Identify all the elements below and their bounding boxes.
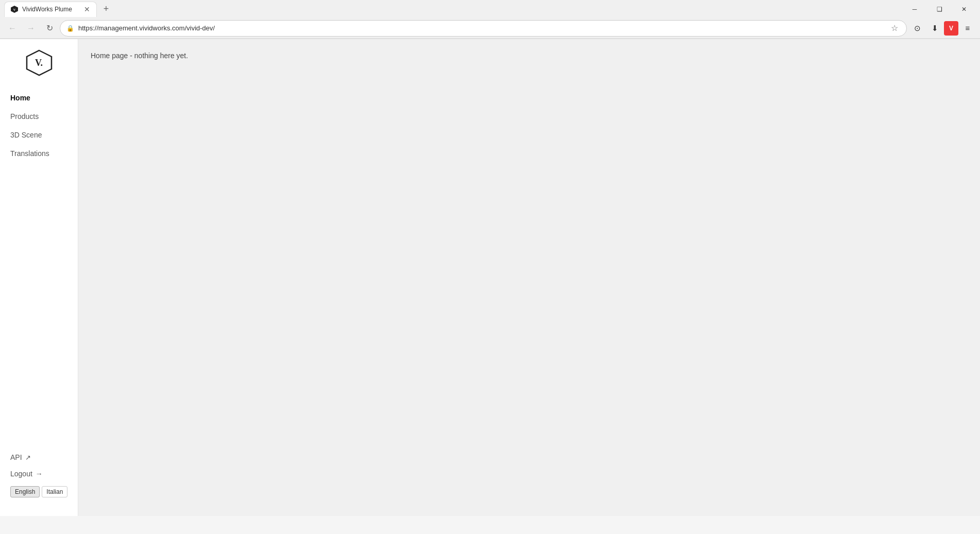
logo-hexagon: V.	[26, 49, 53, 76]
maximize-button[interactable]: ❑	[927, 0, 951, 18]
download-button[interactable]: ⬇	[926, 20, 943, 37]
back-button[interactable]: ←	[4, 20, 21, 37]
home-message: Home page - nothing here yet.	[91, 51, 968, 60]
title-bar: V VividWorks Plume ✕ + ─ ❑ ✕	[0, 0, 980, 18]
sidebar-item-3d-scene[interactable]: 3D Scene	[0, 126, 78, 144]
close-button[interactable]: ✕	[952, 0, 976, 18]
sidebar-bottom: API ↗ Logout → English Italian	[0, 445, 78, 506]
lock-icon: 🔒	[66, 25, 74, 32]
toolbar-icons: ⊙ ⬇ V ≡	[909, 20, 976, 37]
api-label: API	[10, 453, 22, 461]
tab-close-button[interactable]: ✕	[84, 6, 90, 13]
forward-button[interactable]: →	[23, 20, 39, 37]
toolbar-bar: ← → ↻ 🔒 ☆ ⊙ ⬇ V ≡	[0, 18, 980, 39]
address-bar-container: 🔒 ☆	[60, 20, 907, 37]
sidebar-item-translations[interactable]: Translations	[0, 144, 78, 163]
external-link-icon: ↗	[25, 454, 31, 461]
vivaldi-button[interactable]: V	[944, 21, 958, 36]
sidebar-item-products[interactable]: Products	[0, 107, 78, 126]
api-link[interactable]: API ↗	[10, 453, 67, 461]
new-tab-button[interactable]: +	[99, 2, 113, 16]
browser-chrome: V VividWorks Plume ✕ + ─ ❑ ✕ ← → ↻ 🔒 ☆ ⊙…	[0, 0, 980, 39]
bookmark-button[interactable]: ☆	[889, 21, 900, 35]
minimize-button[interactable]: ─	[903, 0, 926, 18]
browser-tab[interactable]: V VividWorks Plume ✕	[4, 2, 97, 17]
main-content: Home page - nothing here yet.	[78, 39, 980, 516]
logo-letter: V.	[35, 58, 43, 68]
italian-button[interactable]: Italian	[42, 486, 67, 497]
sidebar-nav: Home Products 3D Scene Translations	[0, 89, 78, 445]
logout-label: Logout	[10, 470, 32, 478]
tab-favicon: V	[11, 6, 18, 13]
pocket-button[interactable]: ⊙	[909, 20, 925, 37]
logout-link[interactable]: Logout →	[10, 470, 67, 478]
english-button[interactable]: English	[10, 486, 40, 497]
tab-title: VividWorks Plume	[22, 6, 72, 13]
sidebar: V. Home Products 3D Scene Translations A…	[0, 39, 78, 516]
page-wrapper: V. Home Products 3D Scene Translations A…	[0, 39, 980, 516]
svg-text:V: V	[13, 8, 16, 11]
language-buttons: English Italian	[10, 486, 67, 497]
logout-icon: →	[36, 470, 43, 478]
refresh-button[interactable]: ↻	[41, 20, 58, 37]
menu-button[interactable]: ≡	[959, 20, 976, 37]
address-input[interactable]	[78, 24, 885, 32]
sidebar-logo: V.	[0, 49, 78, 76]
sidebar-item-home[interactable]: Home	[0, 89, 78, 107]
window-controls: ─ ❑ ✕	[903, 0, 976, 18]
